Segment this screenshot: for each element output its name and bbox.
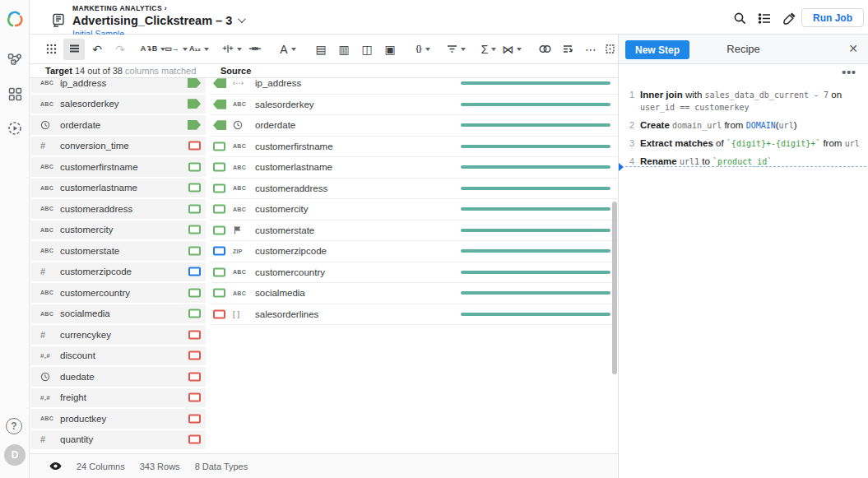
close-icon[interactable]: ✕ <box>848 42 858 55</box>
match-badge-red[interactable] <box>188 372 201 381</box>
union-button[interactable] <box>534 39 555 60</box>
undo-button[interactable]: ↶ <box>86 39 108 60</box>
page-title[interactable]: Advertising_Clickstream – 3 <box>72 15 244 27</box>
source-row[interactable]: ABCsocialmedia <box>211 283 618 304</box>
pivot-rows-button[interactable]: ▤ <box>310 39 332 60</box>
match-badge-fill-s[interactable] <box>213 78 226 88</box>
source-row[interactable]: ABCcustomerfirstname <box>211 137 618 158</box>
match-badge-fill-s[interactable] <box>213 100 226 109</box>
trifacta-logo[interactable] <box>6 10 24 28</box>
source-row[interactable]: ABCcustomercountry <box>211 262 618 284</box>
eyedropper-icon[interactable] <box>780 9 798 27</box>
target-row[interactable]: ABCcustomeraddress <box>30 199 206 220</box>
match-badge-green[interactable] <box>213 205 225 214</box>
target-row[interactable]: #,#discount <box>30 346 206 368</box>
move-column-button[interactable]: ▭→ <box>165 39 187 60</box>
match-badge-green[interactable] <box>213 267 225 276</box>
pivot-columns-button[interactable]: ▥ <box>333 39 355 60</box>
search-icon[interactable] <box>731 9 749 27</box>
target-row[interactable]: ABCip_address <box>30 78 206 95</box>
target-row[interactable]: ABCsocialmedia <box>30 304 206 326</box>
source-row[interactable]: orderdate <box>211 115 618 137</box>
target-row[interactable]: ABCsalesorderkey <box>30 95 206 116</box>
match-badge-blue[interactable] <box>188 267 201 276</box>
target-row[interactable]: #currencykey <box>30 325 206 346</box>
breadcrumb[interactable]: MARKETING ANALYTICS › <box>72 5 244 12</box>
match-badge-green[interactable] <box>188 183 201 193</box>
match-badge-green[interactable] <box>188 309 201 318</box>
target-row[interactable]: ABCcustomerstate <box>30 241 206 262</box>
match-badge-green[interactable] <box>188 162 201 171</box>
format-button[interactable]: A <box>277 39 299 60</box>
chevron-down-icon[interactable] <box>238 15 246 23</box>
match-badge-green[interactable] <box>213 225 225 234</box>
source-row[interactable]: ABCcustomeraddress <box>211 179 618 200</box>
source-row[interactable]: [ ]salesorderlines <box>211 304 618 326</box>
target-row[interactable]: #quantity <box>30 430 206 452</box>
filter-button[interactable] <box>445 39 466 60</box>
match-badge-red[interactable] <box>188 435 201 444</box>
target-row[interactable]: orderdate <box>30 115 206 137</box>
match-badge-green[interactable] <box>213 183 225 193</box>
match-badge-red[interactable] <box>213 309 225 318</box>
match-badge-green[interactable] <box>213 163 225 172</box>
source-row[interactable]: ABCcustomerlastname <box>211 157 618 179</box>
eye-icon[interactable] <box>49 462 62 471</box>
target-row[interactable]: #conversion_time <box>30 137 206 158</box>
target-row[interactable]: duedate <box>30 367 206 388</box>
rename-button[interactable]: A↴B <box>142 39 164 60</box>
target-row[interactable]: ABCcustomercity <box>30 220 206 242</box>
join-button[interactable]: ⋈ <box>501 39 522 60</box>
match-badge-red[interactable] <box>188 330 201 339</box>
run-job-button[interactable]: Run Job <box>801 8 864 27</box>
match-badge-green[interactable] <box>213 142 225 151</box>
target-row[interactable]: ABCproductkey <box>30 409 206 430</box>
vertical-scrollbar[interactable] <box>612 202 617 374</box>
functions-button[interactable]: {} <box>412 39 434 60</box>
match-badge-red[interactable] <box>188 142 201 151</box>
library-nav-icon[interactable] <box>2 81 28 107</box>
merge-columns-button[interactable]: ⇥⇤ <box>244 39 266 60</box>
target-row[interactable]: #,#freight <box>30 388 206 410</box>
match-badge-blue[interactable] <box>213 247 225 256</box>
match-badge-green[interactable] <box>188 204 201 213</box>
source-row[interactable]: ABCsalesorderkey <box>211 95 618 116</box>
help-icon[interactable]: ? <box>6 418 22 434</box>
recipe-step[interactable]: 1Inner join with sales_data_db_current -… <box>619 89 865 114</box>
source-row[interactable]: ZIPcustomerzipcode <box>211 241 618 262</box>
redo-button[interactable]: ↷ <box>109 39 131 60</box>
recipe-overflow-menu-icon[interactable]: ••• <box>842 66 856 79</box>
recipe-step[interactable]: 2Create domain_url from DOMAIN(url) <box>619 119 865 132</box>
source-row[interactable]: customerstate <box>211 220 618 242</box>
target-row[interactable]: #customerzipcode <box>30 262 206 284</box>
target-row[interactable]: ABCcustomercountry <box>30 283 206 304</box>
list-view-button[interactable] <box>63 39 85 60</box>
match-badge-fill-t[interactable] <box>188 78 201 88</box>
match-badge-fill-s[interactable] <box>213 120 226 130</box>
match-badge-red[interactable] <box>188 393 201 402</box>
match-badge-fill-t[interactable] <box>188 120 201 130</box>
source-row[interactable]: ABCcustomercity <box>211 199 618 220</box>
transpose-button[interactable]: ▣ <box>379 39 401 60</box>
grid-view-button[interactable] <box>40 39 62 60</box>
match-badge-green[interactable] <box>188 246 201 255</box>
match-badge-red[interactable] <box>188 414 201 423</box>
avatar[interactable]: D <box>4 444 26 466</box>
steps-list-icon[interactable] <box>755 9 773 27</box>
match-badge-fill-t[interactable] <box>188 99 201 109</box>
target-row[interactable]: ABCcustomerlastname <box>30 179 206 200</box>
unpivot-button[interactable]: ◫ <box>356 39 378 60</box>
split-column-button[interactable]: +|+ <box>221 39 243 60</box>
match-badge-green[interactable] <box>188 288 201 297</box>
jobs-nav-icon[interactable] <box>2 115 28 142</box>
more-tools-button[interactable]: ⋯ <box>580 39 601 60</box>
lookup-button[interactable] <box>557 39 578 60</box>
target-row[interactable]: ABCcustomerfirstname <box>30 157 206 179</box>
sort-button[interactable]: A₁₂ <box>188 39 210 60</box>
source-row[interactable]: ‹··›ip_address <box>211 78 618 95</box>
match-badge-red[interactable] <box>188 351 201 360</box>
aggregate-button[interactable]: Σ <box>478 39 499 60</box>
recipe-step[interactable]: 3Extract matches of `{digit}+-{digit}+` … <box>619 137 865 150</box>
match-badge-green[interactable] <box>213 289 225 298</box>
match-badge-green[interactable] <box>188 225 201 234</box>
